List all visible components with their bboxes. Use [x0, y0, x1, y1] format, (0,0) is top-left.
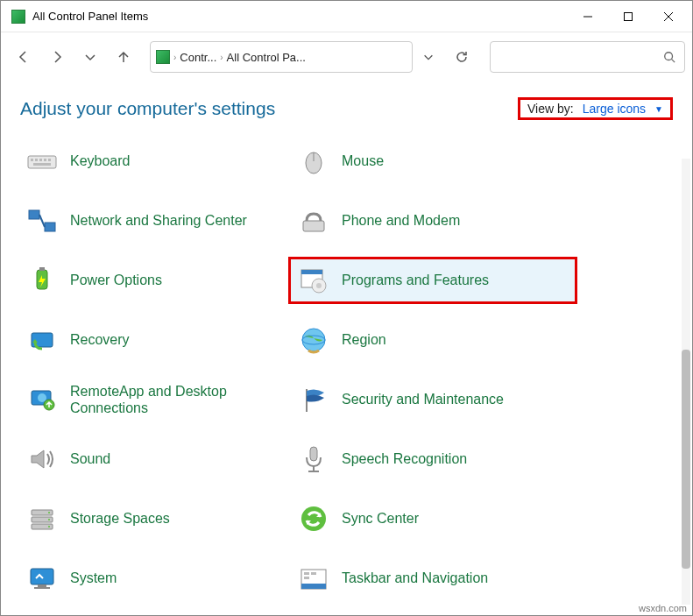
- up-button[interactable]: [108, 41, 139, 73]
- item-power[interactable]: Power Options: [17, 257, 288, 304]
- storage-icon: [25, 501, 60, 536]
- svg-rect-6: [28, 156, 56, 168]
- item-label: Speech Recognition: [342, 450, 467, 467]
- minimize-button[interactable]: [568, 4, 608, 30]
- svg-rect-12: [33, 163, 51, 166]
- forward-button[interactable]: [41, 41, 73, 73]
- item-network[interactable]: Network and Sharing Center: [17, 197, 288, 244]
- watermark: wsxdn.com: [639, 603, 687, 613]
- svg-rect-18: [303, 221, 324, 231]
- item-user-accounts[interactable]: User Accounts: [288, 614, 577, 615]
- window-title: All Control Panel Items: [32, 10, 148, 23]
- phone-icon: [296, 203, 331, 238]
- programs-icon: [296, 263, 331, 298]
- header-row: Adjust your computer's settings View by:…: [1, 81, 692, 127]
- item-taskbar[interactable]: Taskbar and Navigation: [288, 555, 577, 602]
- view-by-dropdown[interactable]: View by: Large icons ▼: [518, 97, 673, 120]
- speech-icon: [296, 442, 331, 477]
- item-label: Sync Center: [342, 510, 419, 527]
- svg-point-40: [48, 526, 50, 527]
- svg-rect-15: [29, 210, 39, 219]
- svg-rect-11: [48, 159, 51, 161]
- search-input[interactable]: [490, 41, 685, 73]
- item-phone[interactable]: Phone and Modem: [288, 197, 577, 244]
- maximize-button[interactable]: [608, 4, 648, 30]
- item-remoteapp[interactable]: RemoteApp and Desktop Connections: [17, 376, 288, 423]
- item-label: Taskbar and Navigation: [342, 570, 488, 586]
- item-label: Network and Sharing Center: [70, 212, 247, 229]
- item-region[interactable]: Region: [288, 316, 577, 364]
- svg-rect-46: [301, 584, 326, 589]
- svg-rect-32: [310, 447, 317, 461]
- keyboard-icon: [25, 144, 60, 179]
- svg-rect-43: [38, 584, 46, 587]
- breadcrumb-segment-2[interactable]: All Control Pa...: [227, 51, 306, 64]
- item-security[interactable]: Security and Maintenance: [288, 376, 577, 423]
- svg-point-24: [316, 283, 322, 288]
- recovery-icon: [25, 322, 60, 358]
- item-recovery[interactable]: Recovery: [17, 316, 288, 364]
- svg-rect-44: [34, 587, 50, 589]
- remoteapp-icon: [25, 382, 60, 417]
- item-label: Security and Maintenance: [342, 391, 504, 407]
- svg-rect-16: [45, 223, 55, 231]
- svg-point-39: [48, 519, 50, 520]
- item-speech[interactable]: Speech Recognition: [288, 435, 577, 483]
- item-label: Sound: [70, 450, 110, 467]
- item-label: Mouse: [342, 152, 384, 169]
- svg-rect-48: [304, 577, 309, 579]
- item-label: Phone and Modem: [342, 212, 460, 229]
- search-icon: [663, 51, 675, 63]
- item-sync[interactable]: Sync Center: [288, 495, 577, 542]
- items-panel: Keyboard Mouse Network and Sharing Cente…: [1, 138, 680, 615]
- svg-rect-47: [304, 572, 309, 575]
- control-panel-app-icon: [11, 10, 25, 24]
- region-icon: [296, 322, 331, 358]
- address-history-button[interactable]: [414, 41, 442, 73]
- svg-point-38: [48, 512, 50, 513]
- item-label: Programs and Features: [342, 272, 489, 288]
- svg-line-5: [672, 60, 675, 63]
- svg-rect-22: [301, 270, 322, 274]
- page-heading: Adjust your computer's settings: [20, 98, 275, 119]
- item-label: Storage Spaces: [70, 510, 170, 527]
- back-button[interactable]: [8, 41, 39, 73]
- recent-locations-button[interactable]: [74, 41, 106, 73]
- item-programs-and-features[interactable]: Programs and Features: [288, 257, 577, 304]
- item-system[interactable]: System: [17, 555, 288, 602]
- chevron-right-icon: ›: [173, 53, 176, 62]
- close-button[interactable]: [648, 4, 689, 30]
- nav-toolbar: › Contr... › All Control Pa...: [1, 32, 692, 81]
- svg-rect-8: [35, 159, 38, 161]
- item-label: System: [70, 570, 117, 586]
- view-by-value: Large icons: [583, 102, 646, 116]
- item-label: Power Options: [70, 272, 162, 288]
- network-icon: [25, 203, 60, 238]
- taskbar-icon: [296, 561, 331, 596]
- item-troubleshooting[interactable]: Troubleshooting: [17, 614, 288, 615]
- control-panel-icon: [156, 50, 170, 64]
- svg-rect-10: [44, 159, 46, 161]
- item-sound[interactable]: Sound: [17, 435, 288, 483]
- sync-icon: [296, 501, 331, 536]
- svg-rect-49: [311, 572, 316, 575]
- scrollbar-thumb[interactable]: [682, 350, 690, 569]
- item-mouse[interactable]: Mouse: [288, 138, 577, 185]
- svg-point-41: [301, 506, 326, 531]
- power-icon: [25, 263, 60, 298]
- item-label: Region: [342, 331, 386, 348]
- chevron-down-icon: ▼: [654, 104, 663, 114]
- svg-rect-7: [31, 159, 33, 161]
- svg-rect-9: [39, 159, 42, 161]
- sound-icon: [25, 442, 60, 477]
- svg-rect-1: [625, 12, 633, 20]
- address-bar[interactable]: › Contr... › All Control Pa...: [150, 41, 413, 73]
- item-label: RemoteApp and Desktop Connections: [70, 383, 272, 416]
- item-keyboard[interactable]: Keyboard: [17, 138, 288, 185]
- view-by-label: View by:: [527, 102, 574, 116]
- refresh-button[interactable]: [444, 41, 479, 73]
- title-bar: All Control Panel Items: [1, 1, 692, 32]
- system-icon: [25, 561, 60, 596]
- breadcrumb-segment-1[interactable]: Contr...: [180, 51, 216, 64]
- item-storage[interactable]: Storage Spaces: [17, 495, 288, 542]
